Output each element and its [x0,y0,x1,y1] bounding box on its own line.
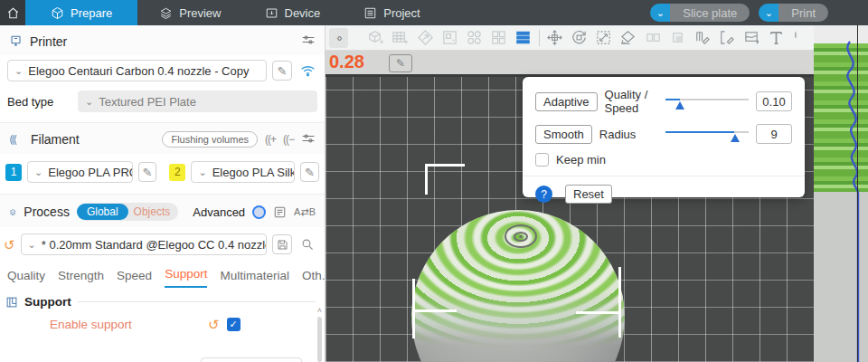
tab-device[interactable]: Device [243,0,343,25]
toggle-knob [254,207,264,217]
chevron-down-icon: ⌄ [656,7,665,19]
scroll-up-icon[interactable]: ˄ [317,306,322,315]
filament-1-select[interactable]: ⌄ Elegoo PLA PRO [27,161,132,183]
tab-multimaterial[interactable]: Multimaterial [220,269,289,288]
process-section-title: Process [24,205,70,219]
quality-speed-value[interactable]: 0.10 [756,91,792,111]
bed-type-select[interactable]: ⌄ Textured PEI Plate [78,90,317,112]
save-preset-icon[interactable] [272,234,292,254]
reset-preset-icon[interactable]: ↺ [4,238,15,252]
support-group-title: Support [24,295,71,309]
compare-presets-icon[interactable]: A⇄B [294,206,316,218]
add-plate-icon[interactable] [391,28,410,48]
split-vertical-icon[interactable] [668,28,687,48]
keep-min-label: Keep min [556,153,792,167]
process-scope-toggle[interactable]: Global Objects [77,203,178,221]
collapse-sidebar-button[interactable]: ‹› [329,28,348,48]
chevron-down-icon: ⌄ [14,66,23,76]
chevron-down-icon: ⌄ [198,167,206,177]
process-preset-select[interactable]: ⌄ * 0.20mm Standard @Elegoo CC 0.4 nozzl… [21,233,267,255]
right-bracket-handle[interactable] [576,311,620,314]
filament-2-color-badge[interactable]: 2 [169,164,185,181]
help-icon[interactable]: ? [535,186,552,203]
smooth-button[interactable]: Smooth [535,125,592,144]
reset-button[interactable]: Reset [565,185,612,204]
left-bracket-handle[interactable] [412,310,457,312]
color-paint-icon[interactable] [741,28,760,48]
text-tool-icon[interactable] [767,28,786,48]
sidebar-scrollbar[interactable]: ˄ [316,306,324,362]
lay-flat-icon[interactable] [618,28,637,48]
variable-layer-height-icon[interactable] [514,28,533,48]
filament-2-value: Elegoo PLA Silk [212,166,295,179]
remove-filament-icon[interactable]: ((− [283,133,294,146]
tab-preview[interactable]: Preview [137,0,242,25]
tab-strength[interactable]: Strength [58,269,104,288]
layer-height-curve[interactable] [814,25,868,362]
printer-settings-icon[interactable] [301,33,316,49]
reset-enable-support-icon[interactable]: ↺ [208,318,220,331]
search-settings-icon[interactable] [297,234,317,254]
enable-support-checkbox[interactable]: ✓ [227,318,241,331]
filament-settings-icon[interactable] [301,132,316,148]
print-button[interactable]: Print [778,4,828,22]
edit-filament-1-icon[interactable]: ✎ [138,162,157,182]
scrollbar-thumb[interactable] [317,317,322,362]
filament-section-title: Filament [31,132,80,147]
printer-connection-icon[interactable] [297,61,317,81]
support-paint-icon[interactable] [693,28,712,48]
adaptive-button[interactable]: Adaptive [535,92,598,111]
advanced-toggle[interactable] [252,205,266,219]
rotate-icon[interactable] [570,28,589,48]
filament-2-select[interactable]: ⌄ Elegoo PLA Silk [191,161,295,183]
split-to-objects-icon[interactable] [465,28,484,48]
radius-slider[interactable] [665,128,749,140]
add-filament-icon[interactable]: ((+ [265,133,276,146]
edit-printer-icon[interactable]: ✎ [272,61,292,81]
quality-speed-slider[interactable] [665,95,749,108]
measure-icon[interactable] [791,28,810,48]
filament-section-header: Filament Flushing volumes ((+ ((− [0,122,325,154]
split-horizontal-icon[interactable] [644,28,663,48]
enable-support-label: Enable support [50,318,208,331]
scope-objects[interactable]: Objects [128,204,179,220]
arrange-icon[interactable] [440,28,459,48]
tab-support[interactable]: Support [165,267,207,288]
prepare-cube-icon [51,6,64,20]
printer-preset-select[interactable]: ⌄ Elegoo Centauri Carbon 0.4 nozzle - Co… [7,60,267,81]
slice-plate-button[interactable]: Slice plate [670,4,750,22]
filament-1-color-badge[interactable]: 1 [5,164,22,181]
edit-layer-height-icon[interactable]: ✎ [389,54,412,72]
home-icon [6,6,20,20]
view-all-settings-icon[interactable] [273,205,287,219]
seam-paint-icon[interactable] [717,28,736,48]
layer-height-profile-panel[interactable] [814,25,868,362]
keep-min-checkbox[interactable] [535,153,549,167]
scale-icon[interactable] [594,28,613,48]
scope-global[interactable]: Global [77,204,128,220]
viewport-3d[interactable]: ‹› 0.28 ✎ [326,25,814,362]
printer-preset-row: ⌄ Elegoo Centauri Carbon 0.4 nozzle - Co… [0,55,325,86]
process-preset-row: ↺ ⌄ * 0.20mm Standard @Elegoo CC 0.4 noz… [0,227,325,260]
add-object-icon[interactable] [366,28,385,48]
tab-project[interactable]: Project [342,0,441,25]
print-options-dropdown[interactable]: ⌄ [759,4,778,22]
tab-prepare[interactable]: Prepare [25,0,137,25]
tab-others[interactable]: Oth... [302,269,326,288]
filament-1-value: Elegoo PLA PRO [48,166,132,179]
slice-options-dropdown[interactable]: ⌄ [650,4,670,22]
right-bracket-handle[interactable] [618,267,621,338]
chevron-down-icon: ⌄ [34,167,42,177]
edit-filament-2-icon[interactable]: ✎ [300,162,319,182]
tab-quality[interactable]: Quality [7,269,45,288]
auto-orient-icon[interactable] [415,28,434,48]
home-button[interactable] [0,0,25,25]
split-to-parts-icon[interactable] [489,28,508,48]
tab-label: Prepare [71,6,112,20]
build-plate-scene[interactable]: 0.28 ✎ Adaptive Quality / Speed [326,51,814,362]
left-bracket-handle[interactable] [412,279,415,338]
move-icon[interactable] [545,28,564,48]
radius-value[interactable]: 9 [756,124,792,144]
flushing-volumes-button[interactable]: Flushing volumes [162,131,258,148]
tab-speed[interactable]: Speed [117,269,152,288]
